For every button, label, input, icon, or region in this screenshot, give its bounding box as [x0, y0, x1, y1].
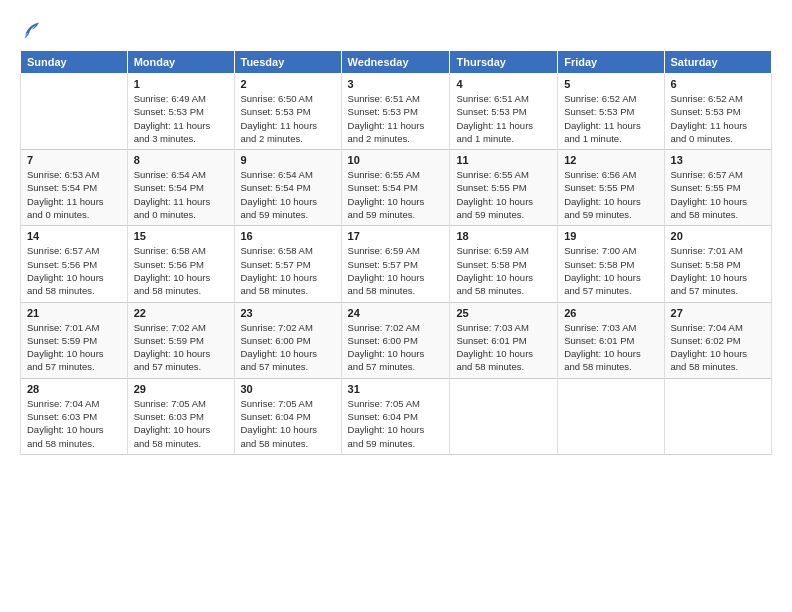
day-info: Sunrise: 7:04 AMSunset: 6:03 PMDaylight:… — [27, 397, 121, 450]
calendar-cell: 3Sunrise: 6:51 AMSunset: 5:53 PMDaylight… — [341, 74, 450, 150]
day-info: Sunrise: 6:50 AMSunset: 5:53 PMDaylight:… — [241, 92, 335, 145]
day-info: Sunrise: 7:01 AMSunset: 5:59 PMDaylight:… — [27, 321, 121, 374]
day-number: 17 — [348, 230, 444, 242]
calendar-cell: 10Sunrise: 6:55 AMSunset: 5:54 PMDayligh… — [341, 150, 450, 226]
calendar-cell: 14Sunrise: 6:57 AMSunset: 5:56 PMDayligh… — [21, 226, 128, 302]
day-header-tuesday: Tuesday — [234, 51, 341, 74]
calendar-cell: 2Sunrise: 6:50 AMSunset: 5:53 PMDaylight… — [234, 74, 341, 150]
day-number: 1 — [134, 78, 228, 90]
day-info: Sunrise: 7:03 AMSunset: 6:01 PMDaylight:… — [456, 321, 551, 374]
day-info: Sunrise: 6:54 AMSunset: 5:54 PMDaylight:… — [134, 168, 228, 221]
day-info: Sunrise: 6:53 AMSunset: 5:54 PMDaylight:… — [27, 168, 121, 221]
calendar-cell — [664, 378, 771, 454]
day-info: Sunrise: 7:02 AMSunset: 6:00 PMDaylight:… — [348, 321, 444, 374]
calendar-cell: 24Sunrise: 7:02 AMSunset: 6:00 PMDayligh… — [341, 302, 450, 378]
calendar-cell — [558, 378, 664, 454]
day-info: Sunrise: 6:51 AMSunset: 5:53 PMDaylight:… — [348, 92, 444, 145]
day-info: Sunrise: 6:58 AMSunset: 5:57 PMDaylight:… — [241, 244, 335, 297]
calendar-cell: 5Sunrise: 6:52 AMSunset: 5:53 PMDaylight… — [558, 74, 664, 150]
week-row-2: 7Sunrise: 6:53 AMSunset: 5:54 PMDaylight… — [21, 150, 772, 226]
day-number: 13 — [671, 154, 765, 166]
calendar-body: 1Sunrise: 6:49 AMSunset: 5:53 PMDaylight… — [21, 74, 772, 455]
day-info: Sunrise: 6:54 AMSunset: 5:54 PMDaylight:… — [241, 168, 335, 221]
day-number: 28 — [27, 383, 121, 395]
day-number: 31 — [348, 383, 444, 395]
day-number: 2 — [241, 78, 335, 90]
day-number: 10 — [348, 154, 444, 166]
day-info: Sunrise: 7:01 AMSunset: 5:58 PMDaylight:… — [671, 244, 765, 297]
week-row-3: 14Sunrise: 6:57 AMSunset: 5:56 PMDayligh… — [21, 226, 772, 302]
day-info: Sunrise: 6:52 AMSunset: 5:53 PMDaylight:… — [564, 92, 657, 145]
day-number: 8 — [134, 154, 228, 166]
day-info: Sunrise: 7:04 AMSunset: 6:02 PMDaylight:… — [671, 321, 765, 374]
calendar-cell — [21, 74, 128, 150]
logo-bird-icon — [20, 18, 42, 40]
calendar-cell: 29Sunrise: 7:05 AMSunset: 6:03 PMDayligh… — [127, 378, 234, 454]
day-header-saturday: Saturday — [664, 51, 771, 74]
day-number: 9 — [241, 154, 335, 166]
page: SundayMondayTuesdayWednesdayThursdayFrid… — [0, 0, 792, 612]
day-info: Sunrise: 6:52 AMSunset: 5:53 PMDaylight:… — [671, 92, 765, 145]
days-header-row: SundayMondayTuesdayWednesdayThursdayFrid… — [21, 51, 772, 74]
calendar-cell: 20Sunrise: 7:01 AMSunset: 5:58 PMDayligh… — [664, 226, 771, 302]
day-header-sunday: Sunday — [21, 51, 128, 74]
day-info: Sunrise: 7:02 AMSunset: 6:00 PMDaylight:… — [241, 321, 335, 374]
day-info: Sunrise: 6:59 AMSunset: 5:57 PMDaylight:… — [348, 244, 444, 297]
calendar-cell: 9Sunrise: 6:54 AMSunset: 5:54 PMDaylight… — [234, 150, 341, 226]
calendar-cell: 19Sunrise: 7:00 AMSunset: 5:58 PMDayligh… — [558, 226, 664, 302]
day-info: Sunrise: 6:57 AMSunset: 5:56 PMDaylight:… — [27, 244, 121, 297]
day-number: 25 — [456, 307, 551, 319]
day-info: Sunrise: 6:59 AMSunset: 5:58 PMDaylight:… — [456, 244, 551, 297]
day-number: 19 — [564, 230, 657, 242]
day-info: Sunrise: 6:55 AMSunset: 5:54 PMDaylight:… — [348, 168, 444, 221]
day-number: 18 — [456, 230, 551, 242]
week-row-1: 1Sunrise: 6:49 AMSunset: 5:53 PMDaylight… — [21, 74, 772, 150]
day-number: 30 — [241, 383, 335, 395]
calendar-cell: 6Sunrise: 6:52 AMSunset: 5:53 PMDaylight… — [664, 74, 771, 150]
day-number: 15 — [134, 230, 228, 242]
day-info: Sunrise: 6:56 AMSunset: 5:55 PMDaylight:… — [564, 168, 657, 221]
day-number: 21 — [27, 307, 121, 319]
header — [20, 18, 772, 40]
calendar-cell: 25Sunrise: 7:03 AMSunset: 6:01 PMDayligh… — [450, 302, 558, 378]
day-number: 5 — [564, 78, 657, 90]
calendar-cell: 11Sunrise: 6:55 AMSunset: 5:55 PMDayligh… — [450, 150, 558, 226]
calendar-cell: 22Sunrise: 7:02 AMSunset: 5:59 PMDayligh… — [127, 302, 234, 378]
calendar-cell: 31Sunrise: 7:05 AMSunset: 6:04 PMDayligh… — [341, 378, 450, 454]
day-number: 14 — [27, 230, 121, 242]
calendar-cell: 7Sunrise: 6:53 AMSunset: 5:54 PMDaylight… — [21, 150, 128, 226]
calendar-cell: 12Sunrise: 6:56 AMSunset: 5:55 PMDayligh… — [558, 150, 664, 226]
day-info: Sunrise: 7:05 AMSunset: 6:04 PMDaylight:… — [241, 397, 335, 450]
day-number: 27 — [671, 307, 765, 319]
calendar-cell: 8Sunrise: 6:54 AMSunset: 5:54 PMDaylight… — [127, 150, 234, 226]
calendar-cell: 23Sunrise: 7:02 AMSunset: 6:00 PMDayligh… — [234, 302, 341, 378]
day-header-thursday: Thursday — [450, 51, 558, 74]
day-number: 20 — [671, 230, 765, 242]
day-info: Sunrise: 6:55 AMSunset: 5:55 PMDaylight:… — [456, 168, 551, 221]
week-row-5: 28Sunrise: 7:04 AMSunset: 6:03 PMDayligh… — [21, 378, 772, 454]
day-header-monday: Monday — [127, 51, 234, 74]
calendar-cell: 17Sunrise: 6:59 AMSunset: 5:57 PMDayligh… — [341, 226, 450, 302]
calendar-cell: 16Sunrise: 6:58 AMSunset: 5:57 PMDayligh… — [234, 226, 341, 302]
day-header-friday: Friday — [558, 51, 664, 74]
day-number: 11 — [456, 154, 551, 166]
calendar-cell — [450, 378, 558, 454]
calendar-cell: 21Sunrise: 7:01 AMSunset: 5:59 PMDayligh… — [21, 302, 128, 378]
calendar-table: SundayMondayTuesdayWednesdayThursdayFrid… — [20, 50, 772, 455]
logo — [20, 18, 46, 40]
calendar-cell: 26Sunrise: 7:03 AMSunset: 6:01 PMDayligh… — [558, 302, 664, 378]
calendar-cell: 18Sunrise: 6:59 AMSunset: 5:58 PMDayligh… — [450, 226, 558, 302]
day-info: Sunrise: 6:58 AMSunset: 5:56 PMDaylight:… — [134, 244, 228, 297]
day-number: 23 — [241, 307, 335, 319]
calendar-cell: 13Sunrise: 6:57 AMSunset: 5:55 PMDayligh… — [664, 150, 771, 226]
day-info: Sunrise: 6:57 AMSunset: 5:55 PMDaylight:… — [671, 168, 765, 221]
day-number: 6 — [671, 78, 765, 90]
calendar-cell: 1Sunrise: 6:49 AMSunset: 5:53 PMDaylight… — [127, 74, 234, 150]
calendar-cell: 27Sunrise: 7:04 AMSunset: 6:02 PMDayligh… — [664, 302, 771, 378]
day-number: 26 — [564, 307, 657, 319]
day-info: Sunrise: 7:05 AMSunset: 6:03 PMDaylight:… — [134, 397, 228, 450]
day-info: Sunrise: 7:00 AMSunset: 5:58 PMDaylight:… — [564, 244, 657, 297]
day-header-wednesday: Wednesday — [341, 51, 450, 74]
day-number: 3 — [348, 78, 444, 90]
day-number: 7 — [27, 154, 121, 166]
